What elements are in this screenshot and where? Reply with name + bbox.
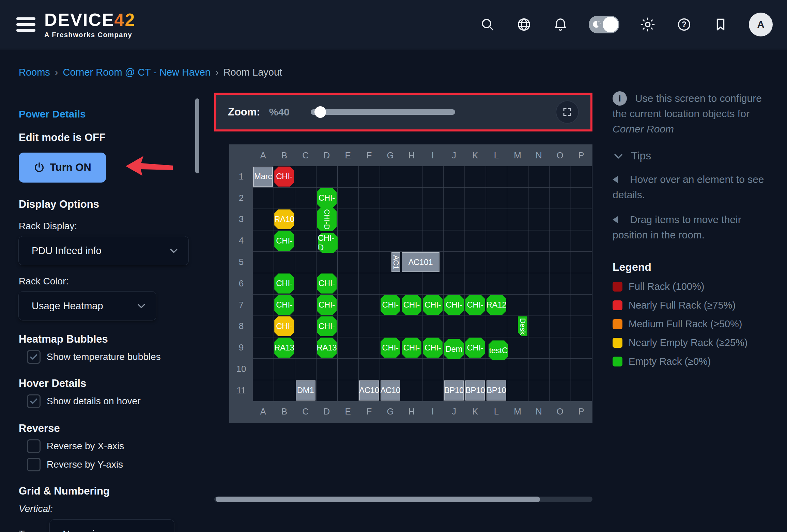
show-details-on-hover-label: Show details on hover [47,396,141,407]
tips-header[interactable]: Tips [613,150,774,162]
rack-display-value: PDU Infeed info [32,245,102,256]
rack[interactable]: CHI- [274,273,294,294]
column-letter: K [465,401,486,422]
legend-label: Nearly Empty Rack (≥25%) [629,337,748,348]
rack[interactable]: CHI- [444,295,464,315]
rack[interactable]: CHI- [423,295,443,315]
hamburger-menu-icon[interactable] [16,17,36,32]
rack[interactable]: RA13 [274,338,294,358]
rack[interactable]: testC [489,340,508,360]
rack[interactable]: CHI- [274,167,294,187]
show-details-on-hover-checkbox[interactable] [27,394,41,408]
row-number: 9 [230,337,252,358]
column-letter: N [528,145,549,166]
zoom-slider[interactable] [311,109,455,115]
rack[interactable]: BP10 [465,380,485,401]
row-number: 6 [230,273,252,294]
rack[interactable]: CHI- [465,295,485,315]
globe-icon [516,17,532,32]
column-letter: B [274,401,295,422]
scrollbar-thumb[interactable] [216,497,540,502]
column-letter: E [337,145,358,166]
rack[interactable]: CHI- [465,338,485,358]
zoom-slider-knob[interactable] [314,106,326,118]
logo-accent-text: 42 [114,10,136,30]
chevron-down-icon [136,301,146,311]
legend-label: Nearly Full Rack (≥75%) [629,300,736,311]
column-letter: P [571,401,592,422]
rack-color-value: Usage Heatmap [32,300,103,312]
legend-label: Full Rack (100%) [629,281,704,292]
rack[interactable]: BP10 [444,380,464,401]
rack[interactable]: CHI- [274,316,294,337]
rack[interactable]: CHI- [381,338,400,358]
power-details-link[interactable]: Power Details [19,108,191,120]
breadcrumb-item: Room Layout [223,67,282,78]
vertical-type-value: Numeric [63,529,99,532]
bookmarks-button[interactable] [712,16,729,33]
column-letter: L [486,145,507,166]
notifications-button[interactable] [552,16,569,33]
rack[interactable]: CHI-D [318,233,338,253]
rack[interactable]: Dem [444,339,464,359]
reverse-x-checkbox[interactable] [27,439,41,453]
fullscreen-button[interactable] [556,101,578,123]
user-avatar[interactable]: A [749,13,773,36]
rack[interactable]: AC10 [359,380,379,401]
rack[interactable]: BP10 [487,380,506,401]
show-temperature-bubbles-label: Show temperature bubbles [47,351,161,362]
breadcrumb-separator: › [215,67,219,78]
reverse-y-checkbox[interactable] [27,458,41,471]
settings-button[interactable] [639,16,656,33]
breadcrumb-item[interactable]: Corner Room @ CT - New Haven [63,67,211,78]
device42-logo[interactable]: DEVICE42 A Freshworks Company [44,11,135,38]
rack[interactable]: CHI- [274,295,294,315]
rack[interactable]: AC10 [381,380,400,401]
rack[interactable]: Marc [253,167,273,187]
rack[interactable]: CHI- [274,231,294,251]
column-letter: J [443,401,464,422]
rack-color-select[interactable]: Usage Heatmap [19,292,156,320]
rack[interactable]: CHI- [381,295,400,315]
row-number: 10 [230,358,252,380]
rack[interactable]: RA12 [487,295,506,315]
rack[interactable]: CHI- [402,338,421,358]
grid-horizontal-scrollbar[interactable] [214,497,592,502]
rack[interactable]: AC1 [391,252,400,272]
info-text-room-name: Corner Room [613,123,674,135]
column-letter: P [571,145,592,166]
legend-label: Medium Full Rack (≥50%) [629,318,742,330]
rack[interactable]: RA13 [317,338,337,358]
breadcrumb-item[interactable]: Rooms [19,67,50,78]
row-number: 4 [230,230,252,251]
rack[interactable]: CHI- [402,295,421,315]
column-letter: F [358,145,380,166]
fullscreen-icon [562,107,572,117]
rack[interactable]: CHI- [423,338,443,358]
language-button[interactable] [516,16,532,33]
rack[interactable]: CHI- [317,316,337,337]
search-button[interactable] [479,16,496,33]
rack[interactable]: CHI- [317,188,337,208]
help-button[interactable]: ? [676,16,692,33]
rack[interactable]: CHI- [317,273,337,294]
rack[interactable]: CHI- [317,295,337,315]
rack-display-select[interactable]: PDU Infeed info [19,236,188,265]
column-letter: G [380,401,401,422]
device42-room-layout-screen: DEVICE42 A Freshworks Company ? [0,0,787,532]
dark-mode-toggle[interactable] [589,16,619,33]
legend-item: Empty Rack (≥0%) [613,356,774,367]
rack[interactable]: AC101 [402,252,439,272]
show-temperature-bubbles-checkbox[interactable] [27,350,41,364]
row-number: 5 [230,251,252,273]
rack[interactable]: CHI-D [317,207,337,231]
column-letter: E [337,401,358,422]
turn-on-button[interactable]: Turn ON [19,153,106,183]
turn-on-label: Turn ON [50,161,91,174]
rack[interactable]: DM1 [296,380,315,401]
rack[interactable]: RA10 [274,209,294,230]
zoom-label: Zoom: [228,106,260,118]
vertical-type-select[interactable]: Numeric [50,520,174,532]
rack[interactable]: Desk [518,316,527,337]
sidebar-scrollbar[interactable] [195,98,199,173]
